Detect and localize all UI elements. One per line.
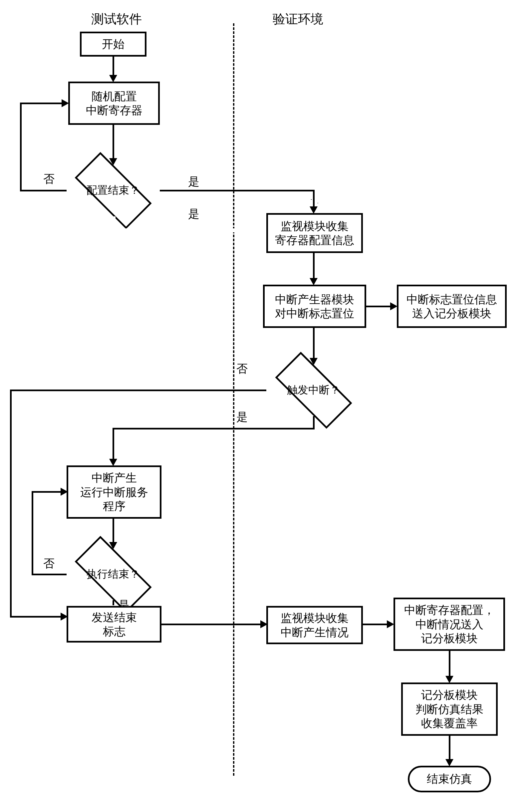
end-terminator: 结束仿真 — [408, 766, 491, 792]
config-done-decision: 配置结束？ — [60, 164, 166, 217]
start-terminator: 开始 — [80, 32, 147, 57]
edge-label-no: 否 — [43, 556, 55, 571]
edge-label-no: 否 — [43, 171, 55, 187]
connector — [10, 390, 12, 616]
connector — [20, 103, 63, 104]
arrow — [310, 207, 318, 214]
connector — [20, 190, 66, 192]
arrow — [446, 676, 453, 683]
reg-config-to-scoreboard-box: 中断寄存器配置， 中断情况送入 记分板模块 — [393, 598, 505, 651]
arrow — [109, 75, 117, 82]
connector — [449, 736, 450, 759]
flag-set-to-scoreboard-box: 中断标志置位信息 送入记分板模块 — [397, 285, 507, 328]
connector — [313, 328, 315, 358]
column-divider — [233, 23, 234, 776]
connector — [449, 651, 450, 676]
connector — [32, 491, 33, 575]
connector — [112, 428, 315, 430]
arrow — [62, 99, 69, 107]
interrupt-generator-box: 中断产生器模块 对中断标志置位 — [263, 285, 366, 328]
connector — [112, 57, 114, 75]
connector — [313, 416, 315, 430]
monitor-collect-config-box: 监视模块收集 寄存器配置信息 — [266, 213, 363, 253]
arrow — [61, 488, 68, 496]
connector — [112, 428, 114, 460]
edge-label-yes: 是 — [236, 409, 248, 425]
connector — [160, 190, 313, 192]
trigger-interrupt-decision: 触发中断？ — [260, 363, 367, 417]
arrow — [310, 278, 318, 285]
mask — [111, 216, 116, 236]
connector — [20, 103, 21, 192]
connector — [162, 623, 261, 625]
isr-box: 中断产生 运行中断服务 程序 — [66, 465, 162, 519]
decision-label: 执行结束？ — [60, 548, 166, 601]
column-header-left: 测试软件 — [78, 11, 155, 28]
connector — [112, 600, 114, 605]
connector — [112, 519, 114, 542]
decision-label: 触发中断？ — [260, 363, 367, 417]
column-header-right: 验证环境 — [260, 11, 336, 28]
arrow — [390, 302, 397, 310]
connector — [112, 125, 114, 158]
connector — [32, 491, 62, 493]
edge-label-yes: 是 — [188, 174, 199, 190]
connector — [10, 390, 266, 391]
connector — [10, 616, 62, 618]
configure-registers-box: 随机配置 中断寄存器 — [68, 81, 160, 125]
edge-label-no: 否 — [236, 361, 248, 377]
connector — [363, 623, 388, 625]
connector — [313, 190, 315, 207]
arrow — [109, 459, 117, 466]
decision-label: 配置结束？ — [60, 164, 166, 217]
edge-label-yes: 是 — [188, 207, 199, 222]
connector — [366, 306, 391, 307]
monitor-collect-interrupt-box: 监视模块收集 中断产生情况 — [266, 606, 363, 644]
exec-done-decision: 执行结束？ — [60, 548, 166, 601]
arrow — [387, 620, 394, 628]
connector — [313, 253, 315, 278]
send-end-flag-box: 发送结束 标志 — [66, 606, 162, 643]
arrow — [446, 759, 453, 766]
scoreboard-judge-box: 记分板模块 判断仿真结果 收集覆盖率 — [401, 682, 498, 736]
